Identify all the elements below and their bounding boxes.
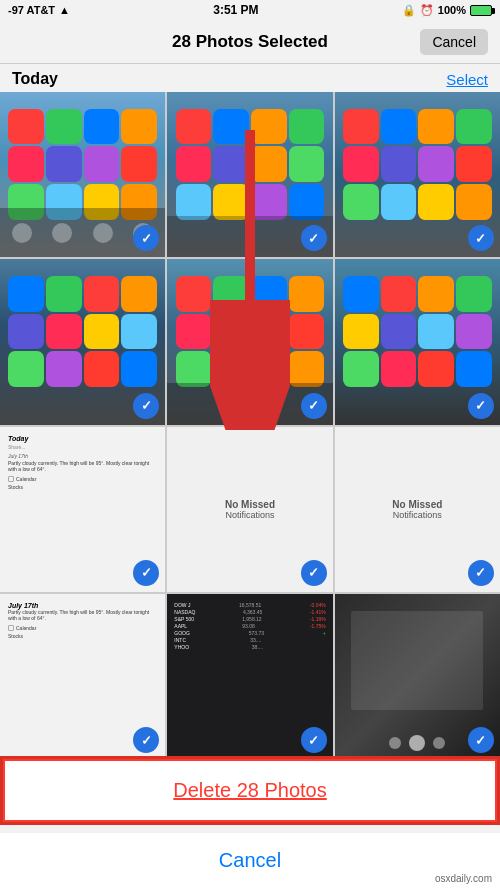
action-sheet: Delete 28 Photos Cancel — [0, 756, 500, 888]
nav-title: 28 Photos Selected — [172, 32, 328, 52]
battery-label: 100% — [438, 4, 466, 16]
select-button[interactable]: Select — [446, 71, 488, 88]
carrier-label: -97 AT&T — [8, 4, 55, 16]
photo-cell[interactable] — [0, 92, 165, 257]
photo-cell[interactable] — [167, 92, 332, 257]
wifi-icon: ▲ — [59, 4, 70, 16]
action-sheet-gap — [0, 825, 500, 833]
photo-cell[interactable] — [335, 259, 500, 424]
checkmark-badge — [301, 393, 327, 419]
checkmark-badge — [133, 393, 159, 419]
action-sheet-content: Delete 28 Photos — [0, 756, 500, 825]
photo-cell[interactable]: July 17th Partly cloudy currently. The h… — [0, 594, 165, 759]
photo-cell[interactable]: DOW J16,578.51-0.04% NASDAQ4,363.45-1.41… — [167, 594, 332, 759]
photo-cell[interactable]: No Missed Notifications — [167, 427, 332, 592]
photo-cell[interactable] — [335, 594, 500, 759]
checkmark-badge — [468, 560, 494, 586]
photo-grid: Today Share... July 17th Partly cloudy c… — [0, 92, 500, 761]
cancel-section: Cancel — [0, 833, 500, 888]
photo-cell[interactable] — [0, 259, 165, 424]
battery-icon — [470, 5, 492, 16]
photo-cell[interactable] — [167, 259, 332, 424]
delete-button[interactable]: Delete 28 Photos — [3, 759, 497, 822]
checkmark-badge — [301, 727, 327, 753]
photo-cell[interactable] — [335, 92, 500, 257]
alarm-icon: ⏰ — [420, 4, 434, 17]
nav-bar: 28 Photos Selected Cancel — [0, 20, 500, 64]
section-title: Today — [12, 70, 58, 88]
lock-icon: 🔒 — [402, 4, 416, 17]
status-right: 🔒 ⏰ 100% — [402, 4, 492, 17]
photo-cell[interactable]: No Missed Notifications — [335, 427, 500, 592]
section-header: Today Select — [0, 64, 500, 92]
status-left: -97 AT&T ▲ — [8, 4, 70, 16]
photo-cell[interactable]: Today Share... July 17th Partly cloudy c… — [0, 427, 165, 592]
watermark: osxdaily.com — [435, 873, 492, 884]
cancel-button[interactable]: Cancel — [0, 833, 500, 888]
status-time: 3:51 PM — [213, 3, 258, 17]
checkmark-badge — [301, 560, 327, 586]
nav-cancel-button[interactable]: Cancel — [420, 29, 488, 55]
checkmark-badge — [301, 225, 327, 251]
checkmark-badge — [468, 393, 494, 419]
status-bar: -97 AT&T ▲ 3:51 PM 🔒 ⏰ 100% — [0, 0, 500, 20]
